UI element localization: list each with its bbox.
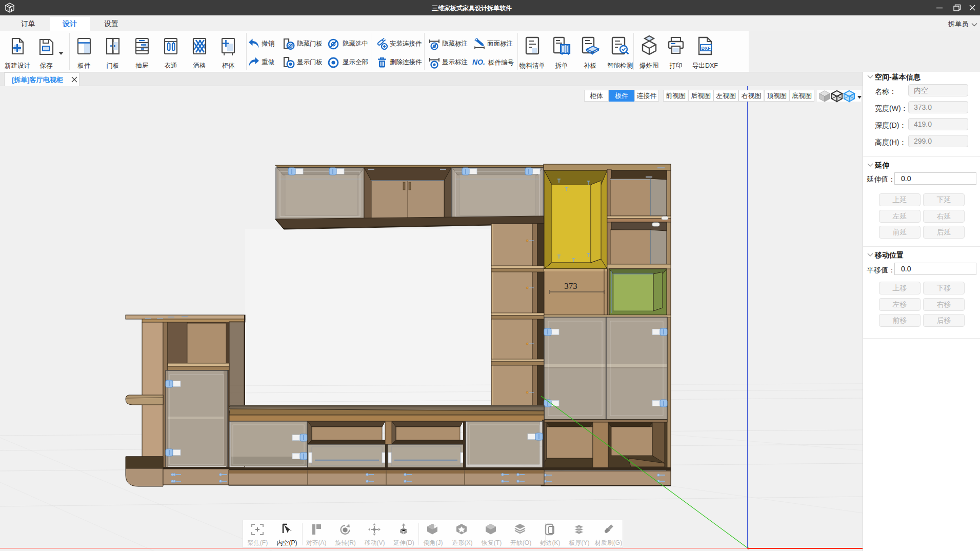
svg-text:DXF: DXF xyxy=(702,46,711,51)
svg-text:373: 373 xyxy=(564,281,577,291)
